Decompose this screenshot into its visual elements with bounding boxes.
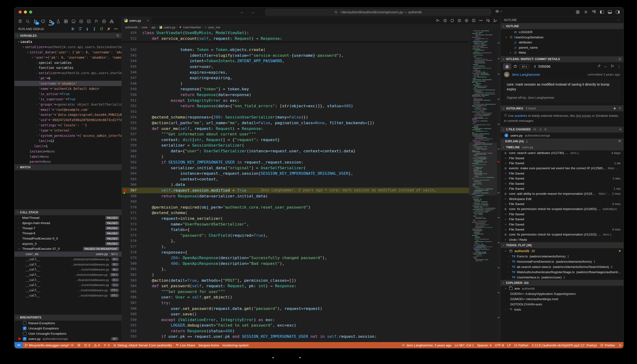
variables-section-header[interactable]: ∨ VARIABLES [14,33,122,38]
code-line[interactable]: 592 return Response(status=400) [122,328,469,334]
callstack-thread[interactable]: ›asyncio_0PAUSED [14,241,122,246]
code-line[interactable]: 555 @action(url_path="me", url_name="me"… [122,120,469,126]
callstack-thread[interactable]: ›Thread-7PAUSED [14,226,122,231]
outline-item[interactable]: attributes [501,40,624,45]
settings-gear-icon[interactable] [584,10,588,14]
callstack-frame[interactable]: user_meusers.py567:1 [14,252,122,257]
explorer-go-header[interactable]: ∨EXPLORER: GO [501,280,624,286]
status-item-debug-attach-server-core[interactable]: Debug: Attach Server Core (authentik) [111,342,174,348]
code-line[interactable]: 557 """Get information about current use… [122,131,469,137]
code-line[interactable]: 564 instance=request._request.session[SE… [122,171,469,176]
gitlens-icon[interactable] [78,18,84,24]
breakpoint-checkbox[interactable] [23,326,26,330]
timeline-item[interactable]: ○File Saved2 wks [501,176,624,181]
toggle-primary-sidebar-icon[interactable] [600,10,604,14]
run-debug-icon[interactable]: 1 [48,18,53,24]
command-center-search[interactable]: ~/dev/authentik/authentik/core/api/users… [265,9,491,16]
live-share-icon[interactable] [94,18,99,24]
code-line[interactable]: 590 except (ValidationError, IntegrityEr… [122,317,469,323]
status-item-lf[interactable]: LF [506,342,513,348]
variable-row[interactable]: 'username' = 'akadmin' [14,81,122,86]
code-line[interactable]: 570 @permission_required(obj_perm="authe… [122,204,469,210]
code-line[interactable]: 571 @extend_schema( [122,210,469,216]
code-line[interactable]: 559 serializer = SessionUserSerializer( [122,142,469,148]
status-item-spaces-4[interactable]: Spaces: 4 [476,342,493,348]
callstack-frame[interactable]: __call__.../enterprise/middleware.py39:1 [14,257,122,262]
extensions-icon[interactable] [63,18,68,24]
status-item-0[interactable]: 0 [102,342,111,348]
code-line[interactable]: 552 return Response(data={"non_field_err… [122,103,469,109]
files-changed-header[interactable]: ∨1 FILE CHANGED +0 ~1 -0 ≡ [501,126,624,132]
code-line[interactable]: 548 ) [122,81,469,86]
todo-item[interactable]: ›TSak-search-select-view.ts (web/src/ele… [501,264,624,269]
more-actions-icon[interactable]: ⋯ [617,18,620,22]
sticky-line[interactable]: 512 def service_account(self, request: R… [122,36,469,42]
source-control-icon[interactable]: 12 [33,18,38,24]
run-menu-icon[interactable] [436,18,440,22]
callstack-thread[interactable]: ›Thread-6PAUSED [14,231,122,236]
env-var[interactable]: GOTOOLCHAIN=auto [501,302,624,307]
code-line[interactable]: 544 intent=TokenIntents.INTENT_APP_PASSW… [122,58,469,64]
symbol-tree-icon[interactable] [493,18,497,22]
status-item-python[interactable]: { }Python [513,342,530,348]
overview-ruler[interactable] [497,30,500,342]
jira-issues-link[interactable]: Jira issues [576,114,591,118]
timeline-item[interactable]: ○File Saved [501,171,624,176]
code-line[interactable]: 588 user.set_password(request.data.get("… [122,306,469,312]
timeline-header[interactable]: ∨TIMELINE users.py [501,144,624,150]
code-line[interactable]: 558 context: dict[str, Request] = {"requ… [122,137,469,143]
timeline-item[interactable]: ○File Saved [501,217,624,222]
callstack-thread[interactable]: ∨ThreadPoolExecutor-37_0PAUSED ON BREAKP… [14,246,122,252]
status-item-lifecycle-fix-debugger-s[interactable]: lifecycle/fix-debugger-setup* [23,342,76,348]
code-line[interactable]: 573 name="UserPasswordSetSerializer", [122,222,469,227]
callstack-frame[interactable]: __call__.../enterprise/middleware.py39:1 [14,262,122,267]
variable-row[interactable]: ∨'user' = {'pk': 6, 'username': 'akadmin… [14,55,122,60]
copy-icon[interactable] [116,34,120,37]
code-line[interactable]: 547 expiring=expiring, [122,75,469,81]
toggle-secondary-sidebar-icon[interactable] [616,10,620,14]
status-item-0[interactable]: 0 [82,342,92,348]
customize-layout-icon[interactable] [592,10,596,14]
breakpoint-checkbox[interactable] [23,337,26,341]
code-line[interactable]: 585 """Set password for user""" [122,289,469,295]
callstack-thread[interactable]: ›MainThreadPAUSED [14,215,122,220]
stash-icon[interactable] [514,64,517,68]
gitlens-logo-tab[interactable]: ◎ [503,64,511,70]
todo-item[interactable]: ›TSWebAuthnAuthenticatorRegisterStage.ts… [501,269,624,274]
variable-row[interactable]: 'uid' = '49d24724dfa590a20fb5961e9c6673c… [14,117,122,122]
autolinks-section-header[interactable]: ∨AUTOLINKS 0 found ◈ [501,105,624,111]
timeline-item[interactable]: ◎events: make sure password set event ha… [501,166,624,171]
code-editor[interactable]: 424class UserViewSet(UsedByMixin, ModelV… [122,30,500,342]
callstack-thread[interactable]: ›ThreadPoolExecutor-0_0PAUSED [14,236,122,241]
code-line[interactable]: 551 except IntegrityError as exc: [122,98,469,104]
go-env-folder[interactable]: ∨ env authentik [501,286,624,291]
record-icon[interactable] [450,18,454,22]
callstack-frame[interactable]: __call__.../root/middleware.py275:1 [14,288,122,293]
breadcrumb-item[interactable]: authentik [125,26,138,29]
autolinks-link[interactable]: autolinks [515,114,527,118]
timeline-item[interactable]: ○Undo / Redo [501,237,624,242]
timeline-item[interactable]: ○File Saved [501,181,624,186]
code-line[interactable]: 561 ) [122,154,469,160]
code-line[interactable]: 584 def set_password(self, request: Requ… [122,283,469,289]
todo-item[interactable]: ›TSHorizontalFormElement.ts (web/src/ele… [501,259,624,264]
code-line[interactable]: 568 return Response(data=serializer.init… [122,193,469,199]
restart-icon[interactable] [100,27,104,32]
variable-row[interactable]: parent = None [14,159,122,164]
author-link[interactable]: Jens Langhammer [512,73,540,76]
todo-tree-icon[interactable] [86,18,91,24]
minimap[interactable] [469,30,497,342]
more-icon[interactable] [114,27,118,32]
refresh-icon[interactable] [618,58,621,61]
minimap-slider[interactable] [469,142,497,196]
code-line[interactable]: 582 ) [122,272,469,278]
autolink-settings-icon[interactable] [618,106,621,110]
kebab-icon[interactable]: ⋮ [617,64,621,69]
account-icon[interactable] [576,10,580,14]
timeline-item[interactable]: ○File Saved [501,212,624,217]
search-icon[interactable] [25,18,30,24]
timeline-item[interactable]: ○File Saved1 mo [501,186,624,191]
code-line[interactable]: 586 user: User = self.get_object() [122,294,469,300]
breadcrumb-item[interactable]: UserViewSet [183,26,201,29]
timeline-item[interactable]: ○File Saved4 mos [501,227,624,232]
